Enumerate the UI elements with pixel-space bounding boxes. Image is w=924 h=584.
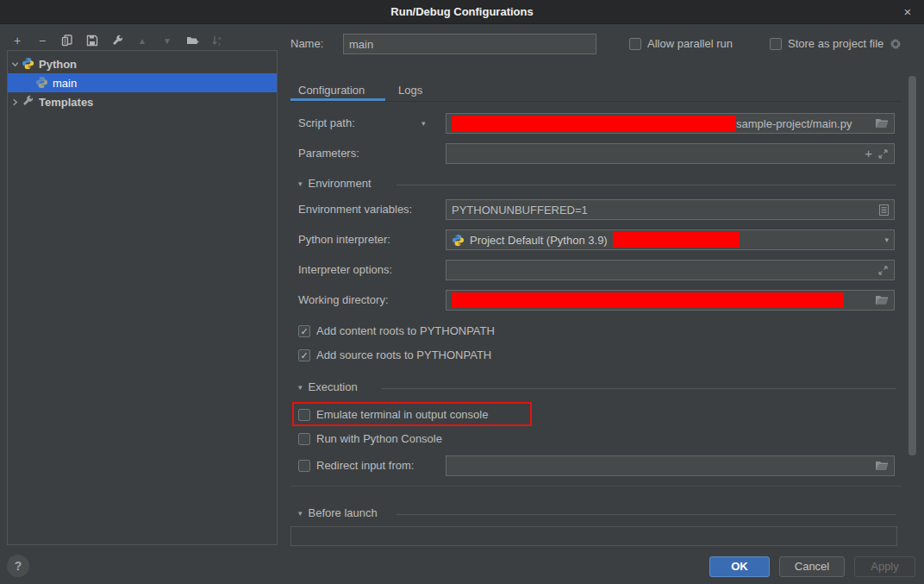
help-button[interactable]: ?: [7, 555, 29, 577]
name-value: main: [349, 38, 373, 51]
environment-variables-input[interactable]: PYTHONUNBUFFERED=1: [446, 199, 895, 220]
working-directory-label: Working directory:: [298, 290, 389, 311]
environment-section-header[interactable]: ▾ Environment: [298, 177, 371, 190]
redirect-input-checkbox[interactable]: Redirect input from:: [298, 459, 414, 472]
apply-button[interactable]: Apply: [854, 556, 915, 577]
interpreter-options-input[interactable]: [446, 260, 895, 280]
section-collapse-icon[interactable]: ▾: [298, 383, 303, 392]
python-interpreter-select[interactable]: Project Default (Python 3.9) ▾: [446, 229, 895, 250]
store-as-project-file-label: Store as project file: [788, 37, 883, 50]
wrench-icon: [22, 95, 35, 109]
ok-button[interactable]: OK: [709, 556, 770, 577]
minus-icon: −: [39, 34, 46, 47]
script-path-input[interactable]: sample-project/main.py: [446, 113, 895, 134]
new-folder-button[interactable]: [185, 34, 199, 47]
redirect-input-field[interactable]: [446, 455, 895, 476]
section-divider: [396, 514, 896, 515]
parameters-input[interactable]: +: [446, 143, 895, 164]
chevron-down-icon[interactable]: [8, 60, 22, 68]
dropdown-arrow-icon[interactable]: ▾: [884, 235, 889, 244]
expand-field-icon[interactable]: [877, 265, 889, 276]
browse-folder-icon[interactable]: [875, 295, 889, 306]
tabs-divider: [290, 101, 902, 102]
checkbox-checked[interactable]: ✓: [298, 325, 310, 337]
expand-field-icon[interactable]: [877, 148, 889, 160]
run-with-python-console-label: Run with Python Console: [316, 432, 442, 445]
python-icon: [35, 76, 49, 90]
edit-variables-icon[interactable]: [879, 204, 889, 216]
down-arrow-icon: ▼: [163, 36, 172, 46]
sidebar-item-python[interactable]: Python: [8, 54, 277, 73]
add-macro-icon[interactable]: +: [865, 148, 872, 160]
python-icon: [452, 234, 465, 247]
script-path-dropdown-icon[interactable]: ▾: [421, 119, 426, 128]
move-down-button[interactable]: ▼: [160, 34, 174, 47]
checkbox-unchecked[interactable]: [298, 460, 310, 472]
execution-section-header[interactable]: ▾ Execution: [298, 380, 358, 393]
dialog-title: Run/Debug Configurations: [0, 0, 924, 24]
tree-item-label: Templates: [39, 96, 93, 109]
before-launch-section-header[interactable]: ▾ Before launch: [298, 506, 378, 519]
gear-icon[interactable]: [890, 38, 902, 50]
close-icon[interactable]: ×: [898, 3, 917, 22]
python-icon: [22, 57, 35, 71]
redirect-input-label: Redirect input from:: [316, 459, 414, 472]
titlebar: Run/Debug Configurations ×: [0, 0, 924, 24]
section-divider: [382, 388, 896, 389]
parameters-label: Parameters:: [298, 143, 359, 164]
python-interpreter-label: Python interpreter:: [298, 229, 390, 250]
store-as-project-file-checkbox[interactable]: Store as project file: [770, 37, 902, 50]
copy-icon: [61, 35, 73, 47]
name-label: Name:: [290, 34, 323, 54]
environment-variables-value: PYTHONUNBUFFERED=1: [452, 204, 588, 217]
working-directory-input[interactable]: [446, 290, 895, 311]
wrench-icon: [111, 35, 123, 47]
sort-configurations-icon[interactable]: az: [210, 34, 224, 47]
checkbox-unchecked[interactable]: [770, 38, 782, 50]
save-configuration-button[interactable]: [85, 34, 99, 47]
tab-logs[interactable]: Logs: [398, 80, 422, 101]
tree-item-label: main: [53, 77, 77, 90]
checkbox-unchecked[interactable]: [629, 38, 641, 50]
new-folder-icon: [186, 35, 199, 47]
before-launch-task-list[interactable]: [290, 526, 897, 546]
environment-section-title: Environment: [309, 177, 371, 190]
sidebar-item-main[interactable]: main: [8, 73, 277, 92]
add-source-roots-checkbox[interactable]: ✓ Add source roots to PYTHONPATH: [298, 349, 491, 361]
tree-item-label: Python: [39, 58, 77, 71]
emulate-terminal-checkbox[interactable]: Emulate terminal in output console: [298, 408, 488, 421]
redaction-overlay: [452, 292, 844, 308]
copy-configuration-button[interactable]: [60, 34, 74, 47]
svg-text:a: a: [218, 35, 222, 41]
execution-section-title: Execution: [309, 380, 358, 393]
add-content-roots-checkbox[interactable]: ✓ Add content roots to PYTHONPATH: [298, 324, 495, 337]
allow-parallel-run-checkbox[interactable]: Allow parallel run: [629, 37, 733, 50]
sidebar-item-templates[interactable]: Templates: [8, 92, 277, 111]
script-path-value: sample-project/main.py: [736, 117, 852, 130]
add-configuration-button[interactable]: +: [10, 34, 24, 47]
edit-templates-button[interactable]: [110, 34, 124, 47]
cancel-button[interactable]: Cancel: [779, 556, 845, 577]
chevron-right-icon[interactable]: [8, 98, 22, 106]
remove-configuration-button[interactable]: −: [35, 34, 49, 47]
checkbox-unchecked[interactable]: [298, 433, 310, 445]
save-icon: [86, 35, 98, 47]
browse-folder-icon[interactable]: [875, 118, 889, 129]
configurations-tree: Python main Templates: [7, 50, 278, 545]
move-up-button[interactable]: ▲: [135, 34, 149, 47]
browse-folder-icon[interactable]: [875, 461, 889, 472]
environment-variables-label: Environment variables:: [298, 199, 412, 220]
redaction-overlay: [613, 232, 740, 248]
name-input[interactable]: main: [343, 34, 596, 54]
interpreter-options-label: Interpreter options:: [298, 260, 392, 280]
section-collapse-icon[interactable]: ▾: [298, 509, 303, 518]
section-collapse-icon[interactable]: ▾: [298, 179, 303, 188]
run-with-python-console-checkbox[interactable]: Run with Python Console: [298, 432, 442, 445]
checkbox-checked[interactable]: ✓: [298, 349, 310, 361]
configurations-toolbar: + − ▲ ▼ az: [10, 32, 224, 49]
checkbox-unchecked[interactable]: [298, 409, 310, 421]
allow-parallel-run-label: Allow parallel run: [647, 37, 733, 50]
vertical-scrollbar[interactable]: [908, 76, 916, 455]
scroll-viewport-edge: [290, 486, 902, 487]
svg-text:z: z: [218, 41, 221, 47]
